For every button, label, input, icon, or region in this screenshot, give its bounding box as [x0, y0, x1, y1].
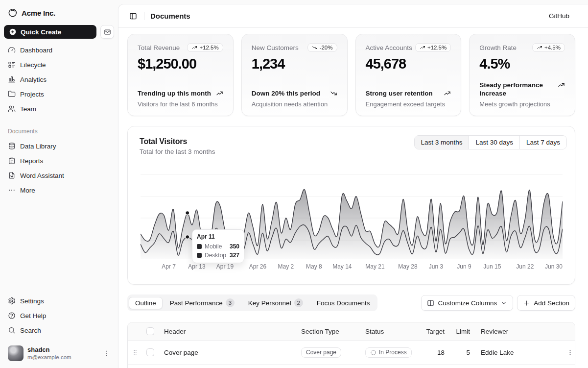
sidebar-group-label: Documents [4, 128, 114, 135]
status-badge: In Process [365, 347, 412, 358]
cell-reviewer[interactable]: Eddie Lake [477, 341, 560, 364]
table-section-bar: OutlinePast Performance3Key Personnel2Fo… [127, 294, 575, 311]
github-link[interactable]: GitHub [549, 12, 569, 20]
sidebar-documents-nav: Data Library Reports Word Assistant More [4, 139, 114, 197]
sidebar-item-label: More [20, 187, 35, 194]
quick-create-button[interactable]: Quick Create [4, 25, 96, 39]
select-all-checkbox[interactable] [146, 327, 154, 335]
user-email: m@example.com [27, 354, 98, 361]
sidebar: Acme Inc. Quick Create Dashboard Lifecyc… [0, 0, 118, 368]
sidebar-item-dashboard[interactable]: Dashboard [4, 43, 114, 57]
column-header-target[interactable]: Target [420, 322, 451, 341]
column-header-header[interactable]: Header [160, 322, 297, 341]
sidebar-toggle-button[interactable] [126, 9, 140, 23]
trend-down-icon [312, 45, 318, 50]
sidebar-item-word-assistant[interactable]: Word Assistant [4, 168, 114, 183]
circle-plus-icon [9, 28, 17, 36]
stat-footnote: Strong user retention [366, 89, 451, 98]
add-section-button[interactable]: Add Section [517, 295, 575, 311]
range-option-last-3-months[interactable]: Last 3 months [415, 136, 469, 149]
cell-target[interactable]: 18 [420, 341, 451, 364]
sidebar-item-search[interactable]: Search [4, 323, 114, 338]
column-header-limit[interactable]: Limit [451, 322, 477, 341]
stat-subtext: Meets growth projections [479, 100, 565, 108]
stat-footnote: Trending up this month [138, 89, 223, 98]
sidebar-item-label: Team [20, 105, 36, 113]
tab-past-performance[interactable]: Past Performance3 [164, 296, 241, 310]
dots-vertical-icon[interactable] [102, 349, 110, 357]
sidebar-item-label: Search [20, 327, 41, 334]
sidebar-item-reports[interactable]: Reports [4, 153, 114, 168]
sidebar-item-label: Lifecycle [20, 61, 46, 69]
sidebar-item-label: Analytics [20, 76, 47, 83]
stat-trend-badge: +4.5% [532, 43, 565, 52]
stat-card-2: Active Accounts +12.5% 45,678 Strong use… [355, 34, 462, 116]
series-label: Desktop [205, 252, 227, 259]
tab-focus-documents[interactable]: Focus Documents [310, 297, 376, 309]
inbox-button[interactable] [100, 25, 114, 39]
report-icon [8, 157, 16, 165]
visitors-chart-card: Total Visitors Total for the last 3 mont… [127, 126, 575, 285]
x-axis-tick: Jun 15 [483, 263, 501, 270]
sidebar-item-settings[interactable]: Settings [4, 294, 114, 308]
stat-subtext: Engagement exceed targets [366, 100, 451, 108]
sidebar-item-projects[interactable]: Projects [4, 87, 114, 101]
tooltip-date: Apr 11 [197, 233, 239, 240]
sidebar-item-lifecycle[interactable]: Lifecycle [4, 57, 114, 72]
add-section-label: Add Section [534, 299, 569, 307]
user-menu[interactable]: shadcn m@example.com [4, 343, 114, 364]
sidebar-main-nav: Dashboard Lifecycle Analytics Projects T… [4, 43, 114, 116]
tab-count-badge: 2 [294, 298, 303, 307]
customize-columns-label: Customize Columns [438, 299, 497, 307]
row-checkbox[interactable] [146, 348, 154, 356]
stat-label: Active Accounts [366, 43, 412, 51]
sidebar-item-analytics[interactable]: Analytics [4, 72, 114, 87]
cell-target[interactable]: 29 [420, 364, 451, 368]
tab-outline[interactable]: Outline [129, 297, 163, 309]
x-axis-tick: May 21 [365, 263, 384, 270]
trend-up-icon [216, 90, 223, 97]
stat-trend-badge: +12.5% [415, 43, 451, 52]
chart-bar-icon [8, 75, 16, 83]
quick-create-label: Quick Create [21, 28, 61, 36]
mail-icon [104, 28, 111, 36]
sidebar-item-team[interactable]: Team [4, 101, 114, 116]
column-header-reviewer[interactable]: Reviewer [477, 322, 560, 341]
stat-value: $1,250.00 [138, 56, 223, 72]
sidebar-item-label: Reports [20, 157, 43, 165]
sidebar-item-more[interactable]: More [4, 183, 114, 197]
actions-column-header [560, 322, 575, 341]
range-option-last-30-days[interactable]: Last 30 days [469, 136, 519, 149]
column-header-section-type[interactable]: Section Type [297, 322, 361, 341]
customize-columns-button[interactable]: Customize Columns [421, 295, 513, 311]
stat-trend-badge: +12.5% [187, 43, 223, 52]
column-header-status[interactable]: Status [361, 322, 420, 341]
stat-card-3: Growth Rate +4.5% 4.5% Steady performanc… [469, 34, 575, 116]
sidebar-footer-nav: Settings Get Help Search [4, 294, 114, 338]
stat-label: Growth Rate [479, 43, 517, 51]
series-swatch [197, 244, 202, 249]
chevron-down-icon [500, 299, 507, 306]
x-axis-tick: May 8 [306, 263, 322, 270]
cell-limit[interactable]: 24 [451, 364, 477, 368]
cell-header[interactable]: Table of contents [160, 364, 297, 368]
cell-header[interactable]: Cover page [160, 341, 297, 364]
cell-reviewer[interactable]: Eddie Lake [477, 364, 560, 368]
database-icon [8, 142, 16, 150]
row-menu-button[interactable] [564, 346, 575, 358]
plus-icon [523, 299, 530, 307]
brand-name: Acme Inc. [22, 9, 55, 17]
user-name: shadcn [27, 346, 98, 354]
series-label: Mobile [205, 243, 227, 250]
loader-icon [370, 349, 376, 356]
sidebar-item-label: Word Assistant [20, 172, 64, 179]
range-option-last-7-days[interactable]: Last 7 days [519, 136, 566, 149]
sidebar-item-get-help[interactable]: Get Help [4, 308, 114, 323]
x-axis-tick: May 2 [278, 263, 294, 270]
sidebar-item-data-library[interactable]: Data Library [4, 139, 114, 153]
drag-handle[interactable] [132, 349, 139, 356]
trend-up-icon [420, 45, 425, 50]
cell-limit[interactable]: 5 [451, 341, 477, 364]
brand[interactable]: Acme Inc. [4, 5, 114, 21]
tab-key-personnel[interactable]: Key Personnel2 [242, 296, 309, 310]
